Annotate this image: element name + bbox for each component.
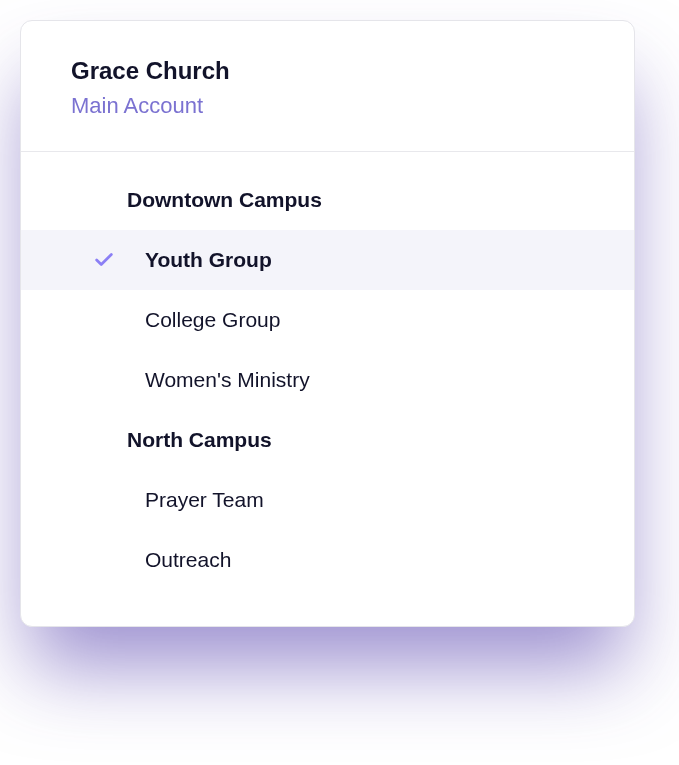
account-title: Grace Church — [71, 57, 584, 85]
campus-header-downtown: Downtown Campus — [21, 170, 634, 230]
check-icon — [93, 249, 115, 271]
card-header: Grace Church Main Account — [21, 21, 634, 152]
account-selector-card: Grace Church Main Account Downtown Campu… — [20, 20, 635, 627]
list-item-college-group[interactable]: College Group — [21, 290, 634, 350]
list-item-label: College Group — [145, 308, 280, 331]
list-item-label: Outreach — [145, 548, 231, 571]
list-item-label: Women's Ministry — [145, 368, 310, 391]
account-subtitle: Main Account — [71, 93, 584, 119]
list-item-label: Prayer Team — [145, 488, 264, 511]
list-item-outreach[interactable]: Outreach — [21, 530, 634, 590]
list-item-prayer-team[interactable]: Prayer Team — [21, 470, 634, 530]
campus-list: Downtown Campus Youth Group College Grou… — [21, 152, 634, 626]
list-item-youth-group[interactable]: Youth Group — [21, 230, 634, 290]
campus-header-north: North Campus — [21, 410, 634, 470]
list-item-label: Youth Group — [145, 248, 272, 271]
list-item-womens-ministry[interactable]: Women's Ministry — [21, 350, 634, 410]
